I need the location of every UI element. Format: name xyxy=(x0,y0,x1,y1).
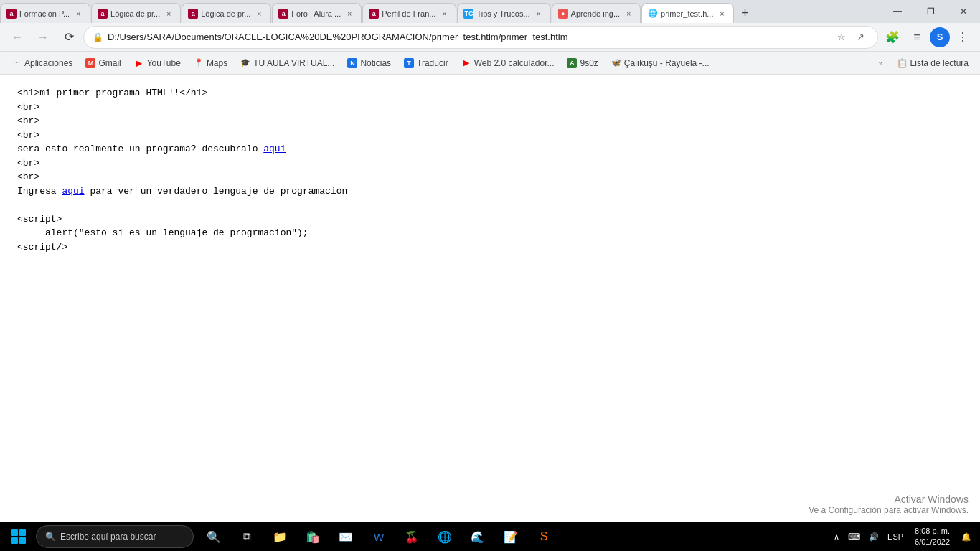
bookmark-9s0z[interactable]: A 9s0z xyxy=(561,55,603,72)
share-button[interactable]: ↗ xyxy=(852,29,869,46)
taskbar-pinned-icons: 🔍 ⧉ 📁 🛍️ ✉️ W 🍒 🌐 🌊 📝 S xyxy=(198,522,560,551)
minimize-button[interactable]: — xyxy=(881,0,914,23)
code-line-10: alert("esto si es un lenguaje de progrma… xyxy=(17,226,963,240)
bookmark-maps[interactable]: 📍 Maps xyxy=(188,55,233,72)
address-actions: ☆ ↗ xyxy=(833,29,869,46)
bookmark-traducir[interactable]: T Traducir xyxy=(398,55,454,72)
aula-icon: 🎓 xyxy=(240,58,250,68)
bookmark-noticias[interactable]: N Noticias xyxy=(341,55,397,72)
start-button[interactable] xyxy=(3,522,34,551)
code-line-9: <script> xyxy=(17,212,963,227)
system-tray: ∧ ⌨ 🔊 ESP 8:08 p. m. 6/01/2022 🔔 xyxy=(831,522,977,551)
taskbar-mail[interactable]: ✉️ xyxy=(330,522,362,551)
tab-close-tab1[interactable]: × xyxy=(72,8,84,19)
tab-tab8[interactable]: 🌐primer_test.h...× xyxy=(641,3,734,23)
restore-button[interactable]: ❐ xyxy=(914,0,947,23)
taskbar-store[interactable]: 🛍️ xyxy=(297,522,329,551)
address-text: D:/Users/SARA/Documents/ORACLE-LOGICA%20… xyxy=(108,32,829,42)
bookmarks-overflow-button[interactable]: » xyxy=(872,55,890,72)
youtube-icon: ▶ xyxy=(134,58,144,68)
tab-close-tab2[interactable]: × xyxy=(163,8,174,19)
code-line-5: <br> xyxy=(17,156,963,171)
bookmark-youtube2[interactable]: ▶ Web 2.0 calculador... xyxy=(456,55,560,72)
tray-keyboard[interactable]: ⌨ xyxy=(845,522,863,551)
taskbar-notes[interactable]: 📝 xyxy=(495,522,527,551)
tab-favicon-tab8: 🌐 xyxy=(648,9,658,19)
tab-close-tab5[interactable]: × xyxy=(438,8,450,19)
reading-list-button[interactable]: 📋 Lista de lectura xyxy=(891,55,974,72)
tab-favicon-tab5: a xyxy=(369,9,379,19)
tab-title-tab1: Formación P... xyxy=(19,9,70,18)
system-clock[interactable]: 8:08 p. m. 6/01/2022 xyxy=(909,526,956,548)
address-bar[interactable]: 🔒 D:/Users/SARA/Documents/ORACLE-LOGICA%… xyxy=(83,26,878,49)
tab-close-tab4[interactable]: × xyxy=(344,8,355,19)
taskbar-file-explorer[interactable]: 📁 xyxy=(264,522,296,551)
taskbar-edge[interactable]: 🌊 xyxy=(462,522,494,551)
back-button[interactable]: ← xyxy=(6,26,29,49)
code-link[interactable]: aqui xyxy=(62,186,84,197)
taskbar-word[interactable]: W xyxy=(363,522,395,551)
taskbar-task-view[interactable]: ⧉ xyxy=(231,522,263,551)
bookmark-aula-virtual[interactable]: 🎓 TU AULA VIRTUAL... xyxy=(235,55,340,72)
reload-button[interactable]: ⟳ xyxy=(57,26,80,49)
taskbar: 🔍 Escribe aquí para buscar 🔍 ⧉ 📁 🛍️ ✉️ W… xyxy=(0,522,980,551)
code-line-4: sera esto realmente un programa? descubr… xyxy=(17,142,963,156)
tab-favicon-tab3: a xyxy=(188,9,198,19)
tab-close-tab6[interactable]: × xyxy=(533,8,545,19)
search-icon: 🔍 xyxy=(45,532,56,542)
taskbar-chrome[interactable]: 🌐 xyxy=(429,522,461,551)
code-line-1: <br> xyxy=(17,100,963,115)
file-explorer-icon: 📁 xyxy=(273,530,287,544)
tab-tab6[interactable]: TCTips y Trucos...× xyxy=(457,3,550,23)
code-line-2: <br> xyxy=(17,114,963,128)
tab-title-tab6: Tips y Trucos... xyxy=(476,9,529,18)
tab-tab2[interactable]: aLógica de pr...× xyxy=(91,3,181,23)
taskbar-search-button[interactable]: 🔍 xyxy=(198,522,230,551)
new-tab-button[interactable]: + xyxy=(735,3,755,23)
calikusu-icon: 🦋 xyxy=(611,58,621,68)
profile-menu-button[interactable]: ≡ xyxy=(905,26,928,49)
code-link[interactable]: aqui xyxy=(263,143,286,154)
bookmark-gmail[interactable]: M Gmail xyxy=(80,55,126,72)
tab-favicon-tab1: a xyxy=(6,9,17,19)
tab-tab3[interactable]: aLógica de pr...× xyxy=(182,3,271,23)
bookmark-star-button[interactable]: ☆ xyxy=(833,29,850,46)
bookmark-calikusu[interactable]: 🦋 Çalıkuşu - Rayuela -... xyxy=(606,55,715,72)
nav-right-buttons: 🧩 ≡ S ⋮ xyxy=(881,26,974,49)
tab-close-tab7[interactable]: × xyxy=(623,8,634,19)
tab-favicon-tab7: ● xyxy=(558,9,568,19)
tray-volume[interactable]: 🔊 xyxy=(866,522,882,551)
tab-favicon-tab2: a xyxy=(98,9,108,19)
tray-notifications[interactable]: 🔔 xyxy=(958,522,974,551)
forward-button[interactable]: → xyxy=(32,26,55,49)
tab-tab4[interactable]: aForo | Alura ...× xyxy=(272,3,362,23)
word-icon: W xyxy=(374,531,384,543)
tab-tab7[interactable]: ●Aprende ing...× xyxy=(552,3,641,23)
taskbar-sublime[interactable]: S xyxy=(528,522,560,551)
taskbar-app-red[interactable]: 🍒 xyxy=(396,522,428,551)
apps-icon: ⋯ xyxy=(11,58,22,68)
tab-tab1[interactable]: aFormación P...× xyxy=(0,3,90,23)
bookmark-aplicaciones[interactable]: ⋯ Aplicaciones xyxy=(6,55,78,72)
start-icon xyxy=(11,529,26,544)
taskbar-search[interactable]: 🔍 Escribe aquí para buscar xyxy=(36,525,194,548)
extensions-button[interactable]: 🧩 xyxy=(881,26,904,49)
chrome-icon: 🌐 xyxy=(438,530,452,544)
more-options-button[interactable]: ⋮ xyxy=(951,26,974,49)
notes-icon: 📝 xyxy=(504,530,518,544)
code-line-8 xyxy=(17,198,963,212)
user-profile-button[interactable]: S xyxy=(930,27,950,47)
maps-icon: 📍 xyxy=(194,58,204,68)
security-icon: 🔒 xyxy=(93,32,103,42)
tab-close-tab3[interactable]: × xyxy=(253,8,265,19)
close-button[interactable]: ✕ xyxy=(947,0,980,23)
reading-list-icon: 📋 xyxy=(897,58,908,68)
task-view-icon: ⧉ xyxy=(243,530,251,543)
noticias-icon: N xyxy=(347,58,357,68)
tab-close-tab8[interactable]: × xyxy=(716,8,727,19)
tab-tab5[interactable]: aPerfil de Fran...× xyxy=(362,3,456,23)
edge-icon: 🌊 xyxy=(471,530,485,544)
tray-chevron[interactable]: ∧ xyxy=(831,522,842,551)
tray-language[interactable]: ESP xyxy=(885,522,906,551)
bookmark-youtube[interactable]: ▶ YouTube xyxy=(128,55,187,72)
